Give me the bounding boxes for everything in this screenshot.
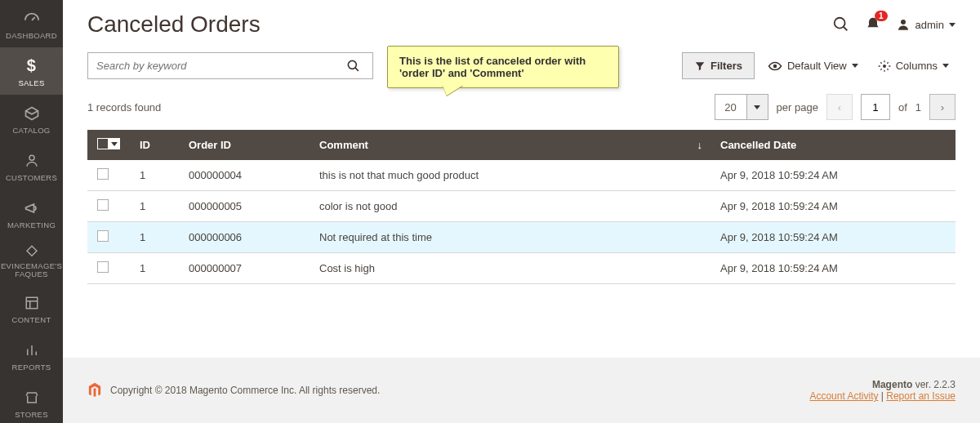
search-button[interactable] [345,54,370,78]
cell-order-id: 000000005 [179,191,310,222]
sidebar-item-dashboard[interactable]: DASHBOARD [0,0,63,47]
col-order-id[interactable]: Order ID [179,130,310,160]
caret-down-icon [949,23,956,27]
row-checkbox[interactable] [97,199,109,211]
filters-button[interactable]: Filters [682,52,755,79]
sidebar-item-label: DASHBOARD [6,32,57,40]
cell-comment: Not required at this time [310,222,710,253]
search-icon[interactable] [832,16,850,33]
sidebar-item-evincemage[interactable]: EVINCEMAGE'S FAQUES [0,237,63,284]
cell-comment: Cost is high [310,253,710,284]
report-issue-link[interactable]: Report an Issue [886,390,956,402]
account-activity-link[interactable]: Account Activity [809,390,878,402]
sidebar-item-customers[interactable]: CUSTOMERS [0,142,63,189]
per-page-label: per page [777,101,818,114]
footer: Copyright © 2018 Magento Commerce Inc. A… [63,358,980,423]
eye-icon [768,61,782,71]
records-found: 1 records found [87,101,161,114]
cell-order-id: 000000007 [179,253,310,284]
sidebar-item-sales[interactable]: $ SALES [0,47,63,95]
cell-order-id: 000000004 [179,160,310,191]
columns-dropdown[interactable]: Columns [871,60,956,73]
columns-label: Columns [896,60,938,72]
svg-point-2 [834,18,844,29]
cell-comment: this is not that much good product [310,160,710,191]
table-row[interactable]: 1000000004this is not that much good pro… [87,160,956,191]
caret-down-icon [754,105,760,109]
annotation-callout: This is the list of canceled order with … [387,46,619,88]
footer-brand: Magento [872,379,912,390]
cell-cancelled-date: Apr 9, 2018 10:59:24 AM [710,222,956,253]
of-label: of [898,101,907,114]
notification-badge: 1 [875,11,888,21]
user-menu[interactable]: admin [896,17,956,32]
search-input[interactable] [87,52,373,79]
diamond-icon [22,244,42,259]
cell-cancelled-date: Apr 9, 2018 10:59:24 AM [710,253,956,284]
cell-cancelled-date: Apr 9, 2018 10:59:24 AM [710,191,956,222]
megaphone-icon [22,198,42,218]
sidebar-item-label: MARKETING [7,221,56,229]
dollar-icon: $ [22,56,42,76]
default-view-label: Default View [787,60,847,72]
filters-label: Filters [710,60,742,72]
person-icon [22,151,42,171]
prev-page-button[interactable]: ‹ [826,94,853,120]
next-page-button[interactable]: › [929,94,956,120]
caret-down-icon [852,64,858,68]
sidebar-item-stores[interactable]: STORES [0,379,63,423]
sidebar-item-content[interactable]: CONTENT [0,284,63,332]
notification-icon[interactable]: 1 [865,16,881,33]
row-checkbox[interactable] [97,261,109,273]
page-size-dropdown[interactable] [747,94,768,120]
sidebar-item-label: EVINCEMAGE'S FAQUES [1,262,62,279]
sidebar-item-catalog[interactable]: CATALOG [0,95,63,142]
sidebar-item-label: STORES [15,411,48,419]
sidebar: DASHBOARD $ SALES CATALOG CUSTOMERS MARK… [0,0,63,423]
col-id[interactable]: ID [130,130,179,160]
svg-rect-1 [26,297,38,309]
caret-down-icon [942,64,949,68]
svg-point-6 [883,65,886,68]
row-checkbox[interactable] [97,230,109,242]
total-pages: 1 [915,101,921,114]
sort-arrow-icon: ↓ [697,139,703,151]
cell-id: 1 [130,160,179,191]
table-row[interactable]: 1000000007Cost is highApr 9, 2018 10:59:… [87,253,956,284]
svg-point-0 [29,155,34,160]
bar-chart-icon [22,341,42,360]
cell-id: 1 [130,253,179,284]
cell-cancelled-date: Apr 9, 2018 10:59:24 AM [710,160,956,191]
page-input[interactable] [861,94,890,120]
col-comment[interactable]: Comment↓ [310,130,710,160]
footer-copyright: Copyright © 2018 Magento Commerce Inc. A… [110,385,380,396]
orders-table: ID Order ID Comment↓ Cancelled Date 1000… [87,130,956,284]
footer-version: ver. 2.2.3 [912,379,956,390]
svg-point-3 [901,20,906,24]
user-label: admin [915,19,944,31]
svg-point-5 [773,64,777,68]
default-view-dropdown[interactable]: Default View [761,60,865,72]
gear-icon [878,60,891,73]
select-all-checkbox[interactable] [97,138,120,149]
cell-id: 1 [130,191,179,222]
page-size-value: 20 [715,94,747,120]
store-icon [22,388,42,407]
magento-logo-icon [87,382,102,399]
sidebar-item-reports[interactable]: REPORTS [0,332,63,379]
layout-icon [22,293,42,313]
funnel-icon [694,60,706,72]
sidebar-item-label: CATALOG [12,127,50,135]
sidebar-item-marketing[interactable]: MARKETING [0,189,63,237]
sidebar-item-label: CUSTOMERS [6,174,57,182]
table-row[interactable]: 1000000006Not required at this timeApr 9… [87,222,956,253]
sidebar-item-label: CONTENT [11,316,51,324]
table-row[interactable]: 1000000005color is not goodApr 9, 2018 1… [87,191,956,222]
row-checkbox[interactable] [97,168,109,180]
cell-id: 1 [130,222,179,253]
callout-text: This is the list of canceled order with … [399,55,586,79]
col-cancelled-date[interactable]: Cancelled Date [710,130,956,160]
cell-comment: color is not good [310,191,710,222]
page-title: Canceled Orders [87,11,261,38]
sidebar-item-label: SALES [18,79,44,87]
